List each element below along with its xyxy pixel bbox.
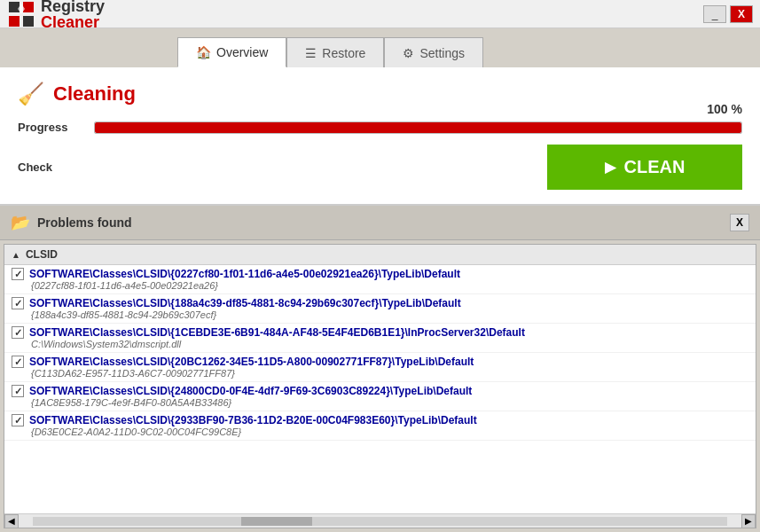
svg-rect-1 <box>23 2 34 12</box>
row-checkbox[interactable] <box>12 326 24 339</box>
broom-icon: 🧹 <box>18 82 44 106</box>
problems-title: Problems found <box>37 215 132 230</box>
table-header: ▲ CLSID <box>4 245 756 265</box>
row-main-text: SOFTWARE\Classes\CLSID\{2933BF90-7B36-11… <box>12 414 748 426</box>
svg-rect-3 <box>23 16 34 27</box>
cleaning-title: Cleaning <box>53 82 136 106</box>
close-button[interactable]: X <box>730 5 753 23</box>
check-label: Check <box>18 160 52 174</box>
row-sub-text: {C113DA62-E957-11D3-A6C7-00902771FF87} <box>12 368 748 379</box>
sort-icon: ▲ <box>12 250 20 260</box>
title-bar-controls: _ X <box>703 5 753 23</box>
restore-icon: ☰ <box>305 46 317 60</box>
house-icon: 🏠 <box>196 45 211 59</box>
svg-rect-0 <box>9 2 20 12</box>
problems-header: 📂 Problems found X <box>0 206 760 240</box>
row-checkbox[interactable] <box>12 356 24 368</box>
table-row[interactable]: SOFTWARE\Classes\CLSID\{188a4c39-df85-48… <box>4 294 756 324</box>
scroll-track <box>33 517 727 526</box>
progress-fill <box>95 122 741 133</box>
cleaning-panel: 🧹 Cleaning Progress 100 % Check ▶ CLEAN <box>0 67 760 206</box>
row-sub-text: {188a4c39-df85-4881-8c94-29b69c307ecf} <box>12 309 748 320</box>
scroll-thumb[interactable] <box>241 517 312 526</box>
table-body[interactable]: SOFTWARE\Classes\CLSID\{0227cf80-1f01-11… <box>4 265 756 513</box>
cleaning-header: 🧹 Cleaning <box>18 82 742 106</box>
scroll-right-arrow[interactable]: ▶ <box>741 514 756 528</box>
tab-settings[interactable]: ⚙ Settings <box>384 37 483 67</box>
progress-track <box>94 121 742 134</box>
horizontal-scrollbar[interactable]: ◀ ▶ <box>4 513 756 528</box>
column-clsid: CLSID <box>26 248 58 261</box>
tab-restore[interactable]: ☰ Restore <box>286 37 384 67</box>
logo-icon <box>7 0 35 28</box>
check-clean-row: Check ▶ CLEAN <box>18 145 742 190</box>
gear-icon: ⚙ <box>403 46 414 60</box>
svg-rect-2 <box>9 16 20 27</box>
table-row[interactable]: SOFTWARE\Classes\CLSID\{0227cf80-1f01-11… <box>4 265 756 294</box>
row-sub-text: {0227cf88-1f01-11d6-a4e5-00e02921ea26} <box>12 280 748 291</box>
progress-percent: 100 % <box>707 102 742 116</box>
table-container: ▲ CLSID SOFTWARE\Classes\CLSID\{0227cf80… <box>4 244 756 528</box>
row-main-text: SOFTWARE\Classes\CLSID\{1CEBDE3E-6B91-48… <box>12 326 748 339</box>
progress-section: Progress 100 % <box>18 121 742 134</box>
progress-label: Progress <box>18 121 80 134</box>
app-logo: Registry Cleaner <box>7 0 105 30</box>
table-row[interactable]: SOFTWARE\Classes\CLSID\{24800CD0-0F4E-4d… <box>4 382 756 411</box>
row-main-text: SOFTWARE\Classes\CLSID\{0227cf80-1f01-11… <box>12 268 748 280</box>
main-container: 🏠 Overview ☰ Restore ⚙ Settings 🧹 Cleani… <box>0 28 760 532</box>
tab-bar: 🏠 Overview ☰ Restore ⚙ Settings <box>0 28 760 67</box>
row-checkbox[interactable] <box>12 414 24 426</box>
table-row[interactable]: SOFTWARE\Classes\CLSID\{20BC1262-34E5-11… <box>4 353 756 382</box>
row-sub-text: C:\Windows\System32\dmscript.dll <box>12 339 748 349</box>
problems-panel: 📂 Problems found X ▲ CLSID SOFTWARE\Clas… <box>0 206 760 532</box>
row-checkbox[interactable] <box>12 268 24 280</box>
row-sub-text: {1AC8E958-179C-4e9f-B4F0-80A5A4B33486} <box>12 397 748 408</box>
content-area: 🧹 Cleaning Progress 100 % Check ▶ CLEAN <box>0 67 760 532</box>
play-icon: ▶ <box>605 159 615 176</box>
row-sub-text: {D63E0CE2-A0A2-11D0-9C02-00C04FC99C8E} <box>12 426 748 437</box>
row-main-text: SOFTWARE\Classes\CLSID\{20BC1262-34E5-11… <box>12 356 748 368</box>
row-main-text: SOFTWARE\Classes\CLSID\{24800CD0-0F4E-4d… <box>12 385 748 397</box>
table-row[interactable]: SOFTWARE\Classes\CLSID\{1CEBDE3E-6B91-48… <box>4 324 756 353</box>
title-bar: Registry Cleaner _ X <box>0 0 760 28</box>
minimize-button[interactable]: _ <box>703 5 726 23</box>
row-main-text: SOFTWARE\Classes\CLSID\{188a4c39-df85-48… <box>12 297 748 309</box>
progress-bar-container: 100 % <box>94 121 742 134</box>
folder-icon: 📂 <box>11 213 30 232</box>
clean-button[interactable]: ▶ CLEAN <box>547 145 742 190</box>
row-checkbox[interactable] <box>12 297 24 309</box>
app-branding: Registry Cleaner <box>7 0 105 30</box>
app-title: Registry Cleaner <box>41 0 105 30</box>
tab-overview[interactable]: 🏠 Overview <box>177 37 286 67</box>
row-checkbox[interactable] <box>12 385 24 397</box>
problems-close-button[interactable]: X <box>730 214 749 231</box>
table-row[interactable]: SOFTWARE\Classes\CLSID\{2933BF90-7B36-11… <box>4 411 756 441</box>
problems-header-left: 📂 Problems found <box>11 213 132 232</box>
scroll-left-arrow[interactable]: ◀ <box>4 514 19 528</box>
